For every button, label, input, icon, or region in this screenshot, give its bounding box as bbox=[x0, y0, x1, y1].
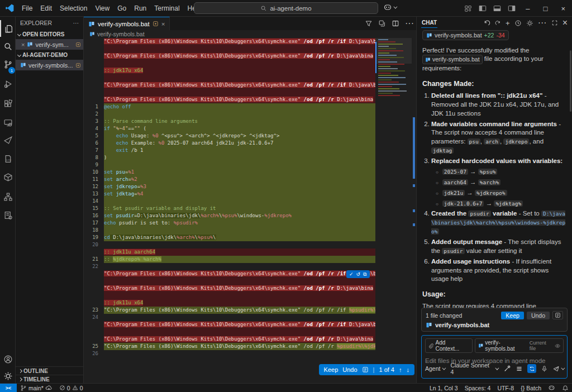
close-panel-icon[interactable]: × bbox=[563, 18, 568, 28]
customize-layout-icon[interactable] bbox=[464, 4, 472, 12]
editor-line[interactable] bbox=[84, 60, 416, 67]
menu-selection[interactable]: Selection bbox=[56, 0, 91, 17]
editor-line[interactable]: 3:: Parse command line arguments bbox=[84, 118, 416, 125]
command-center-search[interactable]: ai-agent-demo bbox=[194, 2, 378, 14]
tools-icon[interactable] bbox=[503, 365, 511, 372]
menu-run[interactable]: Run bbox=[130, 0, 150, 17]
toggle-secondary-sidebar-icon[interactable] bbox=[508, 4, 516, 12]
editor-line[interactable]: 15:: Set psudir variable and display it bbox=[84, 205, 416, 212]
editor-line[interactable]: "C:\Program Files (x86)\Windows Kits\10\… bbox=[84, 38, 416, 45]
discard-change-icon[interactable]: ↺ bbox=[356, 271, 361, 277]
undo-button[interactable]: Undo bbox=[342, 366, 357, 373]
outline-section[interactable]: OUTLINE bbox=[16, 366, 83, 375]
chat-history-icon[interactable] bbox=[514, 20, 522, 27]
previous-change-icon[interactable]: ↑ bbox=[399, 366, 402, 373]
editor-line[interactable]: 10set psu=%1 bbox=[84, 169, 416, 176]
activity-output-log[interactable]: LOG bbox=[0, 150, 16, 167]
maximize-button[interactable]: □ bbox=[540, 4, 551, 13]
chat-input-box[interactable]: Add Context... verify-symbols.bat Curren… bbox=[421, 335, 568, 379]
chat-tab[interactable]: CHAT bbox=[421, 18, 437, 28]
model-picker[interactable]: Claude Sonnet 4 bbox=[450, 362, 498, 375]
editor-line[interactable]: 9 bbox=[84, 161, 416, 169]
explorer-more-icon[interactable]: ··· bbox=[73, 20, 79, 26]
tab-verify-symbols[interactable]: verify-symbols.bat × bbox=[84, 17, 170, 30]
compare-changes-icon[interactable] bbox=[378, 20, 386, 27]
view-changes-button[interactable] bbox=[552, 311, 563, 319]
chat-scrollbar[interactable] bbox=[570, 50, 571, 112]
activity-search[interactable] bbox=[0, 38, 16, 55]
editor-line[interactable]: 22 bbox=[84, 263, 416, 270]
overview-ruler[interactable] bbox=[412, 38, 416, 383]
eye-icon[interactable] bbox=[555, 343, 560, 349]
remote-indicator[interactable]: >< bbox=[0, 384, 17, 392]
filter-icon[interactable] bbox=[365, 20, 373, 27]
minimize-button[interactable]: – bbox=[522, 4, 533, 13]
pending-edit-icon[interactable] bbox=[75, 63, 81, 68]
editor-line[interactable]: "C:\Program Files (x86)\Windows Kits\10\… bbox=[84, 336, 416, 343]
editor-line[interactable]: 19cd D:\java\binaries\jdk\%arch%\%psu%\ bbox=[84, 234, 416, 241]
editor-line[interactable]: 18 bbox=[84, 227, 416, 234]
split-editor-icon[interactable] bbox=[392, 20, 399, 27]
menu-edit[interactable]: Edit bbox=[36, 0, 56, 17]
editor-line[interactable] bbox=[84, 89, 416, 96]
chat-settings-icon[interactable] bbox=[526, 20, 533, 27]
activity-hierarchy[interactable] bbox=[0, 188, 16, 205]
activity-extensions[interactable] bbox=[0, 95, 16, 112]
editor-line[interactable]: 26 bbox=[84, 350, 416, 357]
editor-line[interactable]: "C:\Program Files (x86)\Windows Kits\10\… bbox=[84, 52, 416, 60]
auto-approve-toggle[interactable] bbox=[527, 364, 536, 373]
changed-file-name[interactable]: verify-symbols.bat bbox=[435, 322, 489, 328]
breadcrumb[interactable]: verify-symbols.bat bbox=[84, 30, 416, 38]
open-changes-icon[interactable] bbox=[362, 366, 369, 373]
editor-line[interactable]: "C:\Program Files (x86)\Windows Kits\10\… bbox=[84, 285, 416, 292]
copilot-status[interactable] bbox=[545, 384, 559, 391]
activity-source-control[interactable]: 1 bbox=[0, 56, 16, 73]
editor-line[interactable] bbox=[84, 45, 416, 52]
mic-icon[interactable] bbox=[541, 365, 548, 372]
edited-file-chip[interactable]: verify-symbols.bat +22 -34 bbox=[422, 30, 509, 40]
editor-line[interactable]: 12set jdkrepo=%3 bbox=[84, 183, 416, 190]
accept-change-icon[interactable]: ✓ bbox=[349, 271, 354, 277]
redo-request-icon[interactable] bbox=[495, 20, 501, 26]
activity-dart-extension[interactable] bbox=[0, 131, 16, 148]
new-chat-icon[interactable]: + bbox=[506, 19, 510, 27]
keep-all-button[interactable]: Keep bbox=[501, 312, 524, 319]
menu-file[interactable]: File bbox=[18, 0, 36, 17]
activity-run-debug[interactable] bbox=[0, 75, 16, 92]
menu-terminal[interactable]: Terminal bbox=[150, 0, 183, 17]
editor-line[interactable]: :: jdk11u aarch64 bbox=[84, 248, 416, 256]
pending-edit-icon[interactable] bbox=[152, 21, 159, 27]
editor-line[interactable]: 1@echo off bbox=[84, 103, 416, 111]
editor-line[interactable]: 2 bbox=[84, 111, 416, 118]
send-button[interactable] bbox=[552, 365, 564, 372]
editor-line[interactable]: 25"C:\Program Files (x86)\Windows Kits\1… bbox=[84, 343, 416, 350]
activity-remote-explorer[interactable] bbox=[0, 114, 16, 131]
workspace-file-item[interactable]: verify-symbols.... bbox=[16, 60, 83, 70]
editor-line[interactable]: 5 echo Usage: %0 ^<psu^> ^<arch^> ^<jdkr… bbox=[84, 132, 416, 140]
editor-line[interactable]: 17echo psudir is set to: %psudir% bbox=[84, 219, 416, 227]
close-window-button[interactable]: × bbox=[557, 4, 569, 13]
editor-line[interactable]: 13set jdktag=%4 bbox=[84, 190, 416, 198]
editor-line[interactable]: :: jdk11u x64 bbox=[84, 299, 416, 307]
editor-line[interactable]: :: jdk17u x64 bbox=[84, 67, 416, 74]
toggle-sidebar-icon[interactable] bbox=[479, 4, 487, 12]
editor-line[interactable]: 8) bbox=[84, 154, 416, 161]
account-icon[interactable] bbox=[0, 351, 16, 367]
mode-picker[interactable]: Agent bbox=[425, 365, 445, 372]
editor-line[interactable] bbox=[84, 74, 416, 82]
editor-line[interactable]: 14 bbox=[84, 198, 416, 205]
encoding[interactable]: UTF-8 bbox=[494, 385, 517, 391]
activity-explorer[interactable] bbox=[0, 20, 16, 37]
editor-line[interactable]: "C:\Program Files (x86)\Windows Kits\10\… bbox=[84, 96, 416, 103]
undo-all-button[interactable]: Undo bbox=[527, 312, 550, 319]
problems-item[interactable]: 0 0 bbox=[56, 385, 87, 391]
sync-cloud-icon[interactable] bbox=[45, 384, 53, 391]
editor-line[interactable]: 4if "%~4"=="" ( bbox=[84, 125, 416, 132]
editor-line[interactable] bbox=[84, 278, 416, 285]
menu-view[interactable]: View bbox=[91, 0, 113, 17]
activity-settings-doc[interactable] bbox=[0, 207, 16, 223]
open-editor-item[interactable]: × verify-sym... bbox=[16, 39, 83, 50]
chat-more-icon[interactable]: ··· bbox=[538, 18, 547, 28]
inline-diff-toolbar[interactable]: ✓ ↺ ⧉ bbox=[346, 270, 370, 278]
menu-go[interactable]: Go bbox=[113, 0, 130, 17]
